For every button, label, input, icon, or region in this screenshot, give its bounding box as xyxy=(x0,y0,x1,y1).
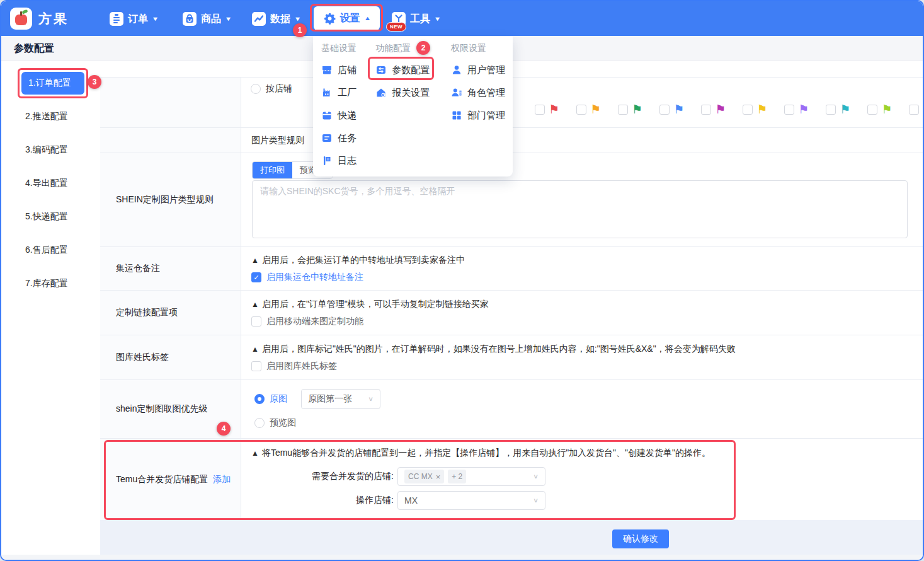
bottom-strip xyxy=(1,555,924,561)
caret-down-icon: ▼ xyxy=(294,16,302,22)
menu-item-factory[interactable]: 工厂 xyxy=(321,81,372,104)
flag-checkbox[interactable]: ⚑ xyxy=(535,105,559,115)
shop-icon xyxy=(321,64,333,76)
menu-item-express[interactable]: 快递 xyxy=(321,104,372,127)
nav-item-orders[interactable]: 订单 ▼ xyxy=(110,9,158,29)
nav-item-products[interactable]: 商品 ▼ xyxy=(183,9,231,29)
nav-item-tools[interactable]: NEW 工具 ▼ xyxy=(392,9,440,29)
nav-item-settings[interactable]: 设置 ▲ xyxy=(314,6,380,30)
flag-checkbox[interactable]: ⚑ xyxy=(784,105,809,115)
menu-item-shop[interactable]: 店铺 xyxy=(321,59,372,81)
radio-label: 原图 xyxy=(270,393,287,405)
radio-icon xyxy=(254,418,265,428)
original-image-select[interactable]: 原图第一张 ∨ xyxy=(301,389,380,409)
menu-item-param-config[interactable]: 参数配置 xyxy=(375,59,447,81)
warning-text: 将Temu能够合并发货的店铺配置到一起，并指定【操作店铺】，用来自动执行"加入发… xyxy=(262,448,710,459)
checkbox-icon xyxy=(251,361,261,371)
menu-item-task[interactable]: 任务 xyxy=(321,127,372,149)
shein-skc-textarea[interactable] xyxy=(252,180,908,238)
sidebar-item-push-config[interactable]: 2.推送配置 xyxy=(25,105,100,128)
app-window: 方果 订单 ▼ 商品 ▼ 数据 ▼ 设置 ▲ NEW 工具 xyxy=(0,0,924,561)
flag-checkbox[interactable]: ⚑ xyxy=(701,105,726,115)
tab-print-image[interactable]: 打印图 xyxy=(253,162,292,178)
user-icon xyxy=(451,64,462,76)
customs-house-icon xyxy=(375,87,387,98)
flag-checkbox[interactable]: ⚑ xyxy=(576,105,601,115)
brand[interactable]: 方果 xyxy=(10,8,69,30)
menu-item-department-management[interactable]: 部门管理 xyxy=(451,104,513,127)
gear-icon xyxy=(324,13,336,25)
menu-item-customs-settings[interactable]: 报关设置 xyxy=(375,81,447,104)
log-flag-icon xyxy=(321,155,333,166)
row-value: ▲启用后，在"订单管理"模块，可以手动复制定制链接给买家 启用移动端来图定制功能 xyxy=(241,291,924,335)
express-box-icon xyxy=(321,110,333,121)
operate-store-select[interactable]: MX ∨ xyxy=(397,491,545,510)
checkbox-icon xyxy=(576,105,586,115)
chevron-down-icon: ∨ xyxy=(368,395,374,402)
caret-down-icon: ▼ xyxy=(152,16,159,22)
flag-checkbox[interactable]: ⚑ xyxy=(743,105,767,115)
radio-preview-image[interactable]: 预览图 xyxy=(254,417,924,429)
sidebar-item-stock-config[interactable]: 7.库存配置 xyxy=(25,272,100,295)
checkbox-icon xyxy=(618,105,628,115)
checkbox-warehouse-note[interactable]: ✓ 启用集运仓中转地址备注 xyxy=(251,272,924,283)
caret-down-icon: ▼ xyxy=(225,16,232,22)
more-tags-count: + 2 xyxy=(448,470,466,483)
radio-original-image[interactable]: 原图 xyxy=(254,393,287,405)
settings-dropdown-menu: 基础设置 店铺 工厂 快递 任务 日志 功能配置 xyxy=(313,36,513,176)
flag-checkbox[interactable]: ⚑ xyxy=(909,105,924,115)
radio-checked-icon xyxy=(254,394,265,404)
step-badge-3: 3 xyxy=(88,75,101,89)
menu-item-label: 角色管理 xyxy=(467,87,505,99)
add-link[interactable]: 添加 xyxy=(213,474,231,485)
checkbox-icon xyxy=(251,316,261,327)
sidebar-item-code-config[interactable]: 3.编码配置 xyxy=(25,139,100,161)
menu-item-label: 快递 xyxy=(338,110,356,122)
step-badge-2: 2 xyxy=(416,41,430,55)
department-grid-icon xyxy=(451,110,462,121)
data-chart-icon xyxy=(252,12,266,26)
menu-item-label: 报关设置 xyxy=(392,87,430,99)
footer-band xyxy=(100,520,924,555)
brand-name: 方果 xyxy=(38,10,69,28)
flag-icon: ⚑ xyxy=(590,105,601,115)
nav-item-data[interactable]: 数据 ▼ xyxy=(252,9,300,29)
checkbox-icon xyxy=(701,105,711,115)
checkbox-mobile-custom[interactable]: 启用移动端来图定制功能 xyxy=(251,316,924,327)
flag-checkbox[interactable]: ⚑ xyxy=(826,105,850,115)
menu-item-label: 店铺 xyxy=(338,64,356,76)
merge-stores-select[interactable]: CC MX × + 2 ∨ xyxy=(397,467,545,486)
sidebar-item-aftersale-config[interactable]: 6.售后配置 xyxy=(25,239,100,262)
warning-text: 启用后，图库标记"姓氏"的图片，在订单解码时，如果没有在图号上增加姓氏内容，如:… xyxy=(262,344,736,355)
menu-item-label: 用户管理 xyxy=(467,64,505,76)
order-clipboard-icon xyxy=(110,12,123,26)
checkbox-surname-tag[interactable]: 启用图库姓氏标签 xyxy=(251,361,924,372)
sidebar-item-order-config[interactable]: 1.订单配置 xyxy=(21,72,84,95)
step-badge-4: 4 xyxy=(217,422,231,436)
checkbox-icon xyxy=(867,105,877,115)
menu-item-role-management[interactable]: 角色管理 xyxy=(451,81,513,104)
menu-item-log[interactable]: 日志 xyxy=(321,149,372,172)
row-label: 定制链接配置项 xyxy=(100,291,241,335)
page-title: 参数配置 xyxy=(14,36,54,61)
warning-text: 启用后，会把集运订单的中转地址填写到卖家备注中 xyxy=(262,255,465,266)
flag-icon: ⚑ xyxy=(840,105,850,115)
flag-icon: ⚑ xyxy=(756,105,767,115)
radio-by-store[interactable]: 按店铺 xyxy=(251,83,292,95)
sidebar-item-express-config[interactable]: 5.快递配置 xyxy=(25,205,100,228)
row-surname-tag: 图库姓氏标签 ▲启用后，图库标记"姓氏"的图片，在订单解码时，如果没有在图号上增… xyxy=(100,335,924,380)
flag-checkbox[interactable]: ⚑ xyxy=(659,105,684,115)
sidebar-item-export-config[interactable]: 4.导出配置 xyxy=(25,172,100,195)
checkbox-icon xyxy=(826,105,836,115)
tag-label: CC MX xyxy=(408,472,433,481)
checkbox-icon xyxy=(743,105,753,115)
task-list-icon xyxy=(321,132,333,144)
flag-checkbox[interactable]: ⚑ xyxy=(618,105,642,115)
tag-close-icon[interactable]: × xyxy=(436,472,441,482)
menu-item-user-management[interactable]: 用户管理 xyxy=(451,59,513,81)
chevron-down-icon: ∨ xyxy=(533,473,539,480)
store-tag: CC MX × xyxy=(404,470,444,483)
flag-checkbox[interactable]: ⚑ xyxy=(867,105,892,115)
factory-icon xyxy=(321,87,333,98)
confirm-button[interactable]: 确认修改 xyxy=(612,529,669,548)
